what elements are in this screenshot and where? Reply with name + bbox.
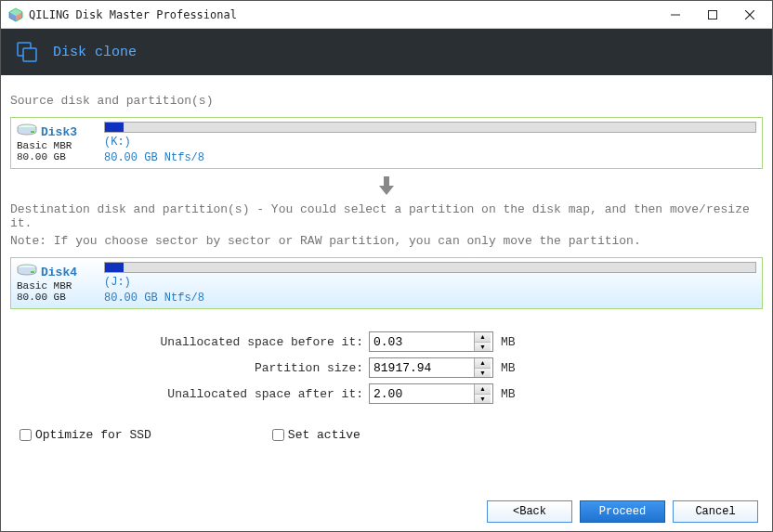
dest-note: Note: If you choose sector by sector or …: [10, 234, 763, 248]
unit-label: MB: [501, 387, 516, 401]
content-area: Source disk and partition(s) Disk3 Basic…: [1, 75, 772, 448]
source-disk-type: Basic MBR: [17, 140, 93, 151]
set-active-label: Set active: [288, 428, 360, 442]
page-title: Disk clone: [53, 45, 137, 60]
optimize-ssd-label: Optimize for SSD: [35, 428, 151, 442]
resize-fields: Unallocated space before it: ▲ ▼ MB Part…: [10, 331, 763, 404]
svg-rect-11: [31, 131, 34, 133]
unallocated-after-input[interactable]: ▲ ▼: [369, 383, 493, 404]
source-disk-size: 80.00 GB: [17, 151, 93, 162]
dest-disk-map[interactable]: (J:) 80.00 GB Ntfs/8: [98, 258, 762, 308]
dest-section-label: Destination disk and partition(s) - You …: [10, 202, 763, 230]
hard-drive-icon: [17, 123, 37, 140]
svg-marker-13: [379, 186, 394, 195]
window-title: QILING Disk Master Professional: [29, 8, 237, 21]
source-disk-name: Disk3: [41, 125, 77, 139]
dest-partition-bar[interactable]: [104, 262, 756, 273]
unit-label: MB: [501, 335, 516, 349]
dest-part-desc: 80.00 GB Ntfs/8: [104, 292, 756, 305]
source-partition-bar[interactable]: [104, 122, 756, 133]
dest-disk-name: Disk4: [41, 266, 77, 279]
optimize-ssd-input[interactable]: [20, 429, 32, 441]
dest-part-letter: (J:): [104, 276, 756, 289]
options-row: Optimize for SSD Set active: [20, 428, 763, 442]
back-button[interactable]: <Back: [487, 500, 572, 523]
spin-up-button[interactable]: ▲: [475, 358, 491, 369]
optimize-ssd-checkbox[interactable]: Optimize for SSD: [20, 428, 151, 442]
minimize-button[interactable]: [657, 2, 694, 28]
page-header: Disk clone: [1, 29, 772, 75]
hard-drive-icon: [17, 264, 37, 280]
after-label: Unallocated space after it:: [10, 387, 369, 401]
partition-size-value[interactable]: [370, 358, 474, 377]
close-button[interactable]: [731, 2, 768, 28]
dest-disk-size: 80.00 GB: [17, 292, 93, 303]
disk-clone-icon: [16, 39, 40, 66]
source-part-letter: (K:): [104, 136, 756, 149]
app-icon: [8, 7, 23, 22]
before-label: Unallocated space before it:: [10, 335, 369, 349]
cancel-button[interactable]: Cancel: [673, 500, 758, 523]
partition-size-input[interactable]: ▲ ▼: [369, 357, 493, 378]
source-disk-info: Disk3 Basic MBR 80.00 GB: [11, 118, 98, 168]
source-disk-panel[interactable]: Disk3 Basic MBR 80.00 GB (K:) 80.00 GB N…: [10, 117, 763, 169]
maximize-button[interactable]: [694, 2, 731, 28]
spin-up-button[interactable]: ▲: [475, 384, 491, 395]
footer-buttons: <Back Proceed Cancel: [487, 500, 758, 523]
spin-down-button[interactable]: ▼: [475, 395, 491, 404]
clone-arrow-icon: [10, 175, 763, 199]
dest-disk-info: Disk4 Basic MBR 80.00 GB: [11, 258, 98, 308]
source-disk-map[interactable]: (K:) 80.00 GB Ntfs/8: [98, 118, 762, 168]
source-part-desc: 80.00 GB Ntfs/8: [104, 151, 756, 164]
spin-down-button[interactable]: ▼: [475, 369, 491, 378]
svg-rect-12: [384, 176, 389, 186]
set-active-input[interactable]: [272, 429, 284, 441]
svg-rect-9: [23, 48, 36, 61]
source-section-label: Source disk and partition(s): [10, 94, 763, 108]
set-active-checkbox[interactable]: Set active: [272, 428, 360, 442]
proceed-button[interactable]: Proceed: [580, 500, 665, 523]
unit-label: MB: [501, 361, 516, 375]
svg-rect-5: [709, 10, 717, 19]
titlebar: QILING Disk Master Professional: [1, 1, 772, 29]
destination-disk-panel[interactable]: Disk4 Basic MBR 80.00 GB (J:) 80.00 GB N…: [10, 257, 763, 309]
unallocated-after-value[interactable]: [370, 384, 474, 403]
svg-rect-15: [31, 271, 34, 273]
dest-disk-type: Basic MBR: [17, 280, 93, 292]
spin-down-button[interactable]: ▼: [475, 343, 491, 352]
size-label: Partition size:: [10, 361, 369, 375]
unallocated-before-input[interactable]: ▲ ▼: [369, 331, 493, 352]
spin-up-button[interactable]: ▲: [475, 332, 491, 343]
unallocated-before-value[interactable]: [370, 332, 474, 351]
